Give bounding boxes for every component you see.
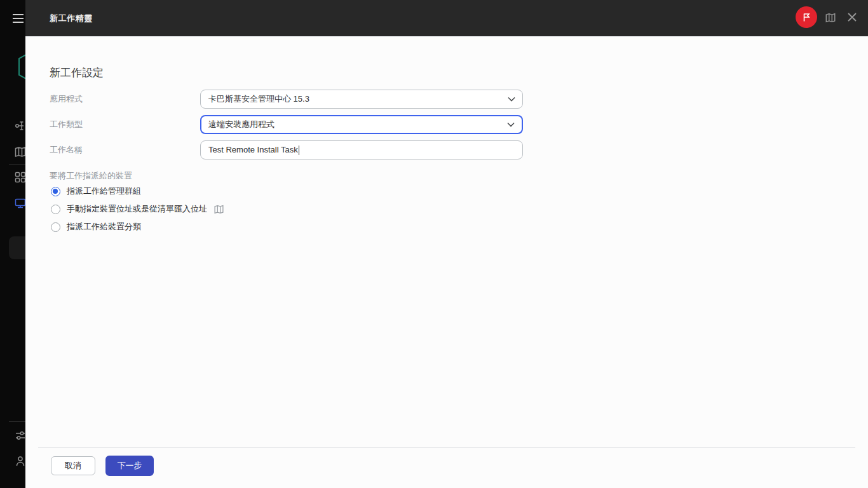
- radio-specify-addresses[interactable]: 手動指定裝置位址或是從清單匯入位址: [51, 203, 224, 215]
- map-book-icon[interactable]: [14, 146, 25, 158]
- wizard-title: 新工作精靈: [50, 0, 93, 36]
- left-sidebar: [0, 0, 25, 488]
- new-task-wizard-panel: 新工作設定 應用程式 卡巴斯基安全管理中心 15.3 工作類型 遠端安裝應用程式…: [25, 36, 868, 488]
- dashboard-grid-icon[interactable]: [14, 171, 25, 184]
- application-label: 應用程式: [50, 90, 196, 109]
- task-type-select-value: 遠端安裝應用程式: [208, 119, 275, 129]
- server-hierarchy-icon[interactable]: [14, 119, 25, 132]
- task-name-label: 工作名稱: [50, 140, 196, 159]
- radio-label: 手動指定裝置位址或是從清單匯入位址: [67, 203, 207, 215]
- text-cursor: [299, 146, 299, 155]
- task-name-input[interactable]: Test Remote Install Task: [200, 140, 523, 159]
- user-icon[interactable]: [14, 455, 25, 468]
- radio-label: 指派工作給管理群組: [67, 186, 141, 197]
- radio-unselected-icon: [51, 205, 60, 214]
- task-type-label: 工作類型: [50, 115, 196, 134]
- radio-assign-admin-group[interactable]: 指派工作給管理群組: [51, 186, 141, 197]
- settings-sliders-icon[interactable]: [14, 430, 25, 442]
- assign-devices-section-label: 要將工作指派給的裝置: [50, 170, 132, 182]
- radio-assign-device-selection[interactable]: 指派工作給裝置分類: [51, 221, 141, 233]
- next-button[interactable]: 下一步: [105, 456, 154, 476]
- hamburger-menu-icon[interactable]: [13, 14, 24, 23]
- devices-monitor-icon[interactable]: [14, 197, 25, 210]
- task-name-input-value: Test Remote Install Task: [208, 145, 298, 154]
- page-title: 新工作設定: [50, 65, 104, 80]
- radio-selected-icon: [51, 187, 60, 196]
- kaspersky-hexagon-logo: [17, 51, 25, 85]
- help-book-icon[interactable]: [214, 204, 224, 215]
- cancel-button[interactable]: 取消: [51, 456, 95, 475]
- close-icon[interactable]: [847, 12, 857, 25]
- application-select-value: 卡巴斯基安全管理中心 15.3: [208, 94, 309, 104]
- help-book-icon[interactable]: [825, 12, 836, 26]
- task-type-select[interactable]: 遠端安裝應用程式: [200, 115, 523, 134]
- sidebar-divider: [9, 164, 25, 165]
- radio-unselected-icon: [51, 222, 60, 232]
- sidebar-active-item-highlight[interactable]: [9, 236, 25, 259]
- wizard-titlebar: 新工作精靈: [25, 0, 868, 36]
- brand-flag-button[interactable]: [796, 6, 817, 28]
- application-select[interactable]: 卡巴斯基安全管理中心 15.3: [200, 90, 523, 109]
- chevron-down-icon: [507, 122, 515, 127]
- sidebar-divider-bottom: [9, 421, 25, 422]
- radio-label: 指派工作給裝置分類: [67, 221, 141, 233]
- flag-icon: [801, 11, 812, 23]
- chevron-down-icon: [508, 97, 515, 102]
- footer-divider: [38, 447, 855, 448]
